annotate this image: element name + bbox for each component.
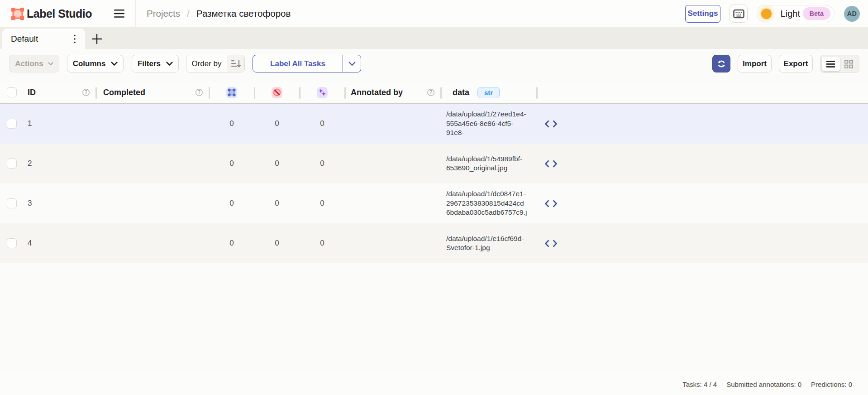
- list-view-button[interactable]: [822, 57, 840, 71]
- header-cell-completed[interactable]: Completed ?: [96, 82, 209, 103]
- chevron-down-icon: [111, 62, 118, 66]
- breadcrumb: Projects / Разметка светофоров: [147, 0, 291, 27]
- task-predictions-count: 0: [300, 223, 345, 263]
- order-by-label: Order by: [186, 55, 227, 72]
- columns-dropdown[interactable]: Columns: [67, 55, 124, 72]
- show-task-source-button[interactable]: [544, 200, 558, 207]
- task-cancelled-count: 0: [254, 223, 300, 263]
- tab-default[interactable]: Default: [2, 29, 85, 49]
- actions-dropdown[interactable]: Actions: [9, 55, 59, 72]
- chevron-down-icon: [48, 62, 53, 66]
- task-id: 3: [20, 183, 96, 223]
- beta-badge: Beta: [803, 7, 830, 20]
- tasks-count: Tasks: 4 / 4: [682, 381, 717, 388]
- svg-text:?: ?: [198, 90, 200, 95]
- task-completed: [96, 223, 209, 263]
- label-studio-logo-icon[interactable]: [11, 8, 24, 20]
- annotated-by-help-icon[interactable]: ?: [427, 89, 434, 96]
- show-task-source-button[interactable]: [544, 120, 558, 128]
- select-all-checkbox[interactable]: [7, 87, 17, 97]
- breadcrumb-current-project: Разметка светофоров: [196, 8, 291, 19]
- header-divider: [135, 0, 136, 27]
- show-task-source-button[interactable]: [544, 240, 558, 247]
- top-bar: Label Studio Projects / Разметка светофо…: [0, 0, 868, 27]
- list-view-icon: [826, 61, 835, 67]
- row-checkbox[interactable]: [7, 159, 17, 169]
- user-avatar[interactable]: AD: [844, 6, 860, 22]
- settings-button[interactable]: Settings: [685, 5, 720, 23]
- table-row[interactable]: 2 0 0 0 /data/upload/1/54989fbf- 653690_…: [0, 144, 868, 183]
- task-annotations-count: 0: [209, 104, 254, 144]
- chevron-down-icon: [166, 62, 173, 66]
- task-predictions-count: 0: [300, 144, 345, 183]
- code-icon: [544, 240, 558, 247]
- task-id: 4: [20, 223, 96, 263]
- task-completed: [96, 183, 209, 223]
- kebab-icon: [73, 34, 76, 44]
- row-checkbox[interactable]: [7, 238, 17, 248]
- export-button[interactable]: Export: [779, 55, 813, 72]
- sort-direction-button[interactable]: [227, 55, 244, 72]
- grid-view-button[interactable]: [840, 57, 858, 71]
- tasks-table: ID ? Completed ?: [0, 82, 868, 263]
- label-all-tasks-caret[interactable]: [343, 55, 361, 72]
- predictions-column-icon: [317, 87, 328, 98]
- task-annotated-by: [345, 104, 441, 144]
- header-cell-predictions[interactable]: [300, 82, 345, 103]
- filters-label: Filters: [138, 59, 161, 68]
- import-button[interactable]: Import: [738, 55, 772, 72]
- data-column-label: data: [453, 88, 469, 97]
- grid-view-icon: [844, 60, 853, 68]
- label-all-tasks-button[interactable]: Label All Tasks: [253, 55, 361, 72]
- header-cell-cancelled[interactable]: [254, 82, 300, 103]
- tab-options-button[interactable]: [72, 33, 77, 45]
- task-completed: [96, 104, 209, 144]
- status-bar: Tasks: 4 / 4 Submitted annotations: 0 Pr…: [0, 373, 868, 395]
- header-cell-id[interactable]: ID ?: [20, 82, 96, 103]
- add-tab-button[interactable]: [92, 34, 102, 44]
- header-cell-data[interactable]: data str: [441, 82, 537, 103]
- refresh-button[interactable]: [712, 55, 730, 72]
- id-help-icon[interactable]: ?: [82, 89, 90, 96]
- header-cell-annotated-by[interactable]: Annotated by ?: [345, 82, 441, 103]
- annotations-column-icon: [226, 87, 237, 98]
- code-icon: [544, 160, 558, 168]
- theme-label: Light: [778, 9, 803, 19]
- task-data-path: /data/upload/1/dc0847e1- 29672353830815d…: [441, 183, 537, 223]
- breadcrumb-projects-link[interactable]: Projects: [147, 8, 180, 19]
- filters-dropdown[interactable]: Filters: [132, 55, 179, 72]
- task-completed: [96, 144, 209, 183]
- table-row[interactable]: 1 0 0 0 /data/upload/1/27eed1e4- 555a45e…: [0, 104, 868, 144]
- task-annotated-by: [345, 183, 441, 223]
- label-all-tasks-label: Label All Tasks: [253, 55, 343, 72]
- table-row[interactable]: 3 0 0 0 /data/upload/1/dc0847e1- 2967235…: [0, 183, 868, 223]
- submitted-annotations-count: Submitted annotations: 0: [726, 381, 801, 388]
- cancelled-column-icon: [272, 87, 282, 98]
- svg-text:?: ?: [429, 90, 432, 95]
- theme-toggle[interactable]: Light Beta: [757, 5, 835, 22]
- order-by-dropdown[interactable]: Order by: [186, 55, 245, 72]
- completed-help-icon[interactable]: ?: [196, 89, 203, 96]
- main-menu-button[interactable]: [112, 6, 127, 21]
- actions-label: Actions: [15, 59, 43, 68]
- task-data-path: /data/upload/1/27eed1e4- 555a45e6-8e86-4…: [441, 104, 537, 144]
- app-title: Label Studio: [27, 0, 92, 27]
- chevron-down-icon: [348, 62, 356, 66]
- row-checkbox[interactable]: [7, 119, 17, 129]
- row-checkbox[interactable]: [7, 198, 17, 208]
- hotkeys-button[interactable]: [730, 5, 748, 23]
- show-task-source-button[interactable]: [544, 160, 558, 168]
- view-tabs-bar: Default: [0, 27, 868, 49]
- hamburger-icon: [114, 10, 125, 18]
- header-cell-annotations[interactable]: [209, 82, 254, 103]
- task-id: 1: [20, 104, 96, 144]
- task-data-path: /data/upload/1/e16cf69d- Svetofor-1.jpg: [441, 223, 537, 263]
- svg-text:?: ?: [85, 90, 87, 95]
- task-annotations-count: 0: [209, 183, 254, 223]
- table-empty-area: [0, 263, 868, 373]
- header-cell-source: [537, 82, 868, 103]
- task-cancelled-count: 0: [254, 144, 300, 183]
- task-predictions-count: 0: [300, 104, 345, 144]
- table-row[interactable]: 4 0 0 0 /data/upload/1/e16cf69d- Svetofo…: [0, 223, 868, 263]
- no-entry-icon: [272, 88, 281, 97]
